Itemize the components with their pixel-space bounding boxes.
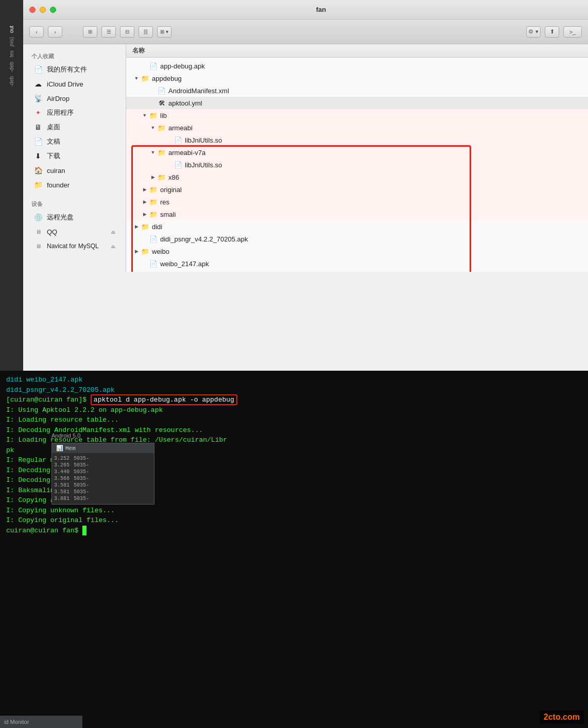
minimize-button[interactable] <box>40 7 46 13</box>
sidebar-item-remote-disc[interactable]: 💿 远程光盘 <box>25 210 124 224</box>
main-content: 名称 📄 app-debug.apk ▼ 📁 appdebug <box>126 44 588 272</box>
sidebar-item-all-files[interactable]: 📄 我的所有文件 <box>25 62 124 77</box>
view-columns-btn[interactable]: ⊟ <box>120 26 134 38</box>
file-icon: 📄 <box>174 135 183 145</box>
disclosure-collapsed[interactable]: ▶ <box>141 185 149 194</box>
sidebar-item-cuiran[interactable]: 🏠 cuiran <box>25 163 124 178</box>
android-monitor-bar: id Monitor <box>0 716 82 728</box>
file-item-apktool[interactable]: 🛠 apktool.yml <box>126 97 588 109</box>
mem-monitor-header: 📊 Mem <box>52 443 154 453</box>
file-item-androidmanifest[interactable]: 📄 AndroidManifest.xml <box>126 84 588 97</box>
sidebar-item-qq[interactable]: 🖥 QQ ⏏ <box>25 224 124 239</box>
gear-button[interactable]: ⚙ ▾ <box>526 26 541 38</box>
mem-label: Mem <box>65 445 76 452</box>
file-item-didi-apk[interactable]: 📄 didi_psngr_v4.2.2_70205.apk <box>126 233 588 245</box>
term-prompt-final: cuiran@cuiran fan$ <box>6 527 82 534</box>
close-button[interactable] <box>29 7 36 13</box>
maximize-button[interactable] <box>50 7 56 13</box>
strip-label-jnis[interactable]: jnis) <box>9 37 14 46</box>
devices-section-label: 设备 <box>23 196 126 210</box>
strip-label-tes[interactable]: tes <box>9 50 14 57</box>
view-action-btn[interactable]: ⊠ ▾ <box>157 26 171 38</box>
file-item-lib[interactable]: ▼ 📁 lib <box>126 109 588 122</box>
file-item-smali[interactable]: ▶ 📁 smali <box>126 208 588 220</box>
sidebar-item-icloud[interactable]: ☁ iCloud Drive <box>25 77 124 91</box>
sidebar-item-apps[interactable]: ✦ 应用程序 <box>25 106 124 120</box>
sidebar-item-airdrop[interactable]: 📡 AirDrop <box>25 91 124 106</box>
file-item-weibo[interactable]: ▶ 📁 weibo <box>126 245 588 257</box>
term-text: didi_psngr_v4.2.2_70205.apk <box>6 386 115 394</box>
favorites-section-label: 个人收藏 <box>23 48 126 62</box>
terminal-button[interactable]: >_ <box>563 26 582 38</box>
sidebar-item-navicat[interactable]: 🖥 Navicat for MySQL ⏏ <box>25 239 124 253</box>
file-name: x86 <box>168 174 179 181</box>
disclosure-expanded[interactable]: ▼ <box>141 111 149 119</box>
file-icon: 📄 <box>149 61 158 71</box>
sidebar-item-founder[interactable]: 📁 founder <box>25 178 124 192</box>
file-item-armeabi[interactable]: ▼ 📁 armeabi <box>126 122 588 134</box>
disclosure-expanded[interactable]: ▼ <box>149 124 157 132</box>
documents-icon: 📄 <box>33 137 43 146</box>
strip-label-out[interactable]: out <box>9 26 14 33</box>
file-item-libjni2[interactable]: 📄 libJniUtils.so <box>126 159 588 171</box>
disclosure-empty <box>149 99 157 107</box>
mem-row: 3.5815035- <box>54 482 152 489</box>
disclosure-collapsed[interactable]: ▶ <box>132 222 141 231</box>
disclosure-empty <box>141 259 149 268</box>
window-title: fan <box>60 6 582 13</box>
ide-left-strip: out jnis) tes -deb -deb <box>0 0 23 371</box>
view-coverflow-btn[interactable]: ||| <box>139 26 153 38</box>
term-line-didi-apk: didi_psngr_v4.2.2_70205.apk <box>6 385 582 395</box>
folder-icon: 📁 <box>149 197 158 206</box>
navicat-eject[interactable]: ⏏ <box>111 244 115 249</box>
file-item-armeabi-v7a[interactable]: ▼ 📁 armeabi-v7a <box>126 146 588 159</box>
disclosure-empty <box>165 136 174 144</box>
file-item-didi[interactable]: ▶ 📁 didi <box>126 220 588 233</box>
view-list-btn[interactable]: ☰ <box>101 26 116 38</box>
term-text: I: Loading resource table... <box>6 416 118 424</box>
mem-icon: 📊 <box>56 445 63 452</box>
term-prompt: [cuiran@cuiran fan]$ <box>6 396 91 404</box>
file-item-res[interactable]: ▶ 📁 res <box>126 196 588 208</box>
navicat-icon: 🖥 <box>33 241 43 251</box>
strip-label-deb2[interactable]: -deb <box>9 76 14 86</box>
sidebar-item-documents[interactable]: 📄 文稿 <box>25 134 124 149</box>
file-name: res <box>160 198 169 206</box>
disclosure-expanded[interactable]: ▼ <box>132 74 141 82</box>
file-item-x86[interactable]: ▶ 📁 x86 <box>126 171 588 183</box>
finder-body: 个人收藏 📄 我的所有文件 ☁ iCloud Drive 📡 AirDrop ✦… <box>23 44 588 272</box>
disclosure-expanded[interactable]: ▼ <box>149 148 157 157</box>
file-item-libjni1[interactable]: 📄 libJniUtils.so <box>126 134 588 146</box>
file-item-appdebug[interactable]: ▼ 📁 appdebug <box>126 72 588 84</box>
term-line-loading1: I: Loading resource table... <box>6 415 582 425</box>
share-button[interactable]: ⬆ <box>545 26 559 38</box>
sidebar-item-desktop[interactable]: 🖥 桌面 <box>25 120 124 134</box>
strip-label-deb1[interactable]: -deb <box>9 62 14 72</box>
sidebar-item-downloads[interactable]: ⬇ 下载 <box>25 149 124 163</box>
android-version-label: Android 5.0 <box>51 432 80 439</box>
file-list: 📄 app-debug.apk ▼ 📁 appdebug 📄 AndroidMa… <box>126 58 588 272</box>
sidebar-item-label: AirDrop <box>47 95 70 102</box>
file-item-original[interactable]: ▶ 📁 original <box>126 183 588 196</box>
file-item-weibo-apk[interactable]: 📄 weibo_2147.apk <box>126 257 588 270</box>
term-cursor <box>82 526 87 536</box>
terminal: didi weibo_2147.apk didi_psngr_v4.2.2_70… <box>0 371 588 728</box>
file-icon: 📄 <box>174 160 183 169</box>
term-text: I: Using Apktool 2.2.2 on app-debug.apk <box>6 406 163 414</box>
disclosure-collapsed[interactable]: ▶ <box>141 198 149 206</box>
qq-eject[interactable]: ⏏ <box>111 229 115 235</box>
disclosure-empty <box>141 235 149 243</box>
folder-icon: 📁 <box>141 74 150 83</box>
disclosure-collapsed[interactable]: ▶ <box>141 210 149 218</box>
back-button[interactable]: ‹ <box>29 26 44 38</box>
folder-icon: 📁 <box>149 111 158 120</box>
file-item-app-debug[interactable]: 📄 app-debug.apk <box>126 60 588 72</box>
mem-row: 3.5815035- <box>54 489 152 495</box>
view-icon-btn[interactable]: ⊞ <box>83 26 97 38</box>
forward-button[interactable]: › <box>48 26 62 38</box>
disclosure-collapsed[interactable]: ▶ <box>132 247 141 255</box>
file-name: smali <box>160 211 176 218</box>
sidebar-item-label: founder <box>47 181 70 189</box>
disclosure-collapsed[interactable]: ▶ <box>149 173 157 181</box>
term-line-didi: didi weibo_2147.apk <box>6 375 582 385</box>
